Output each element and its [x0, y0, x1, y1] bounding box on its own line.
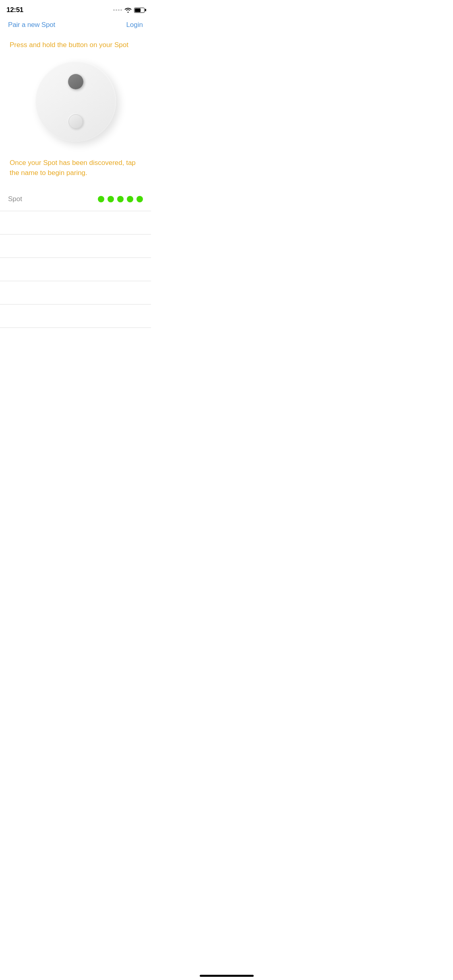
- battery-icon: [134, 8, 145, 13]
- status-bar: 12:51: [0, 0, 151, 18]
- signal-indicator-3: [117, 196, 124, 202]
- device-name: Spot: [8, 195, 22, 203]
- device-row-empty-2: [0, 235, 151, 258]
- wifi-icon: [124, 7, 132, 13]
- device-indicators: [98, 196, 143, 202]
- device-row[interactable]: Spot: [0, 188, 151, 211]
- device-row-empty-5: [0, 305, 151, 328]
- device-row-empty-4: [0, 281, 151, 305]
- signal-indicator-1: [98, 196, 104, 202]
- signal-indicator-4: [127, 196, 133, 202]
- device-illustration: [0, 53, 151, 150]
- spot-bottom-button: [68, 114, 83, 129]
- device-list: Spot: [0, 188, 151, 328]
- signal-indicator-5: [137, 196, 143, 202]
- login-button[interactable]: Login: [126, 21, 143, 29]
- page-title: Pair a new Spot: [8, 21, 55, 29]
- primary-instruction: Press and hold the button on your Spot: [0, 34, 151, 53]
- signal-dots-icon: [113, 9, 122, 11]
- status-icons: [113, 7, 145, 13]
- device-row-empty-1: [0, 211, 151, 235]
- spot-top-button: [68, 74, 83, 89]
- nav-header: Pair a new Spot Login: [0, 18, 151, 34]
- status-time: 12:51: [6, 6, 23, 14]
- signal-indicator-2: [108, 196, 114, 202]
- device-row-empty-3: [0, 258, 151, 281]
- spot-device: [35, 61, 116, 142]
- secondary-instruction: Once your Spot has been discovered, tap …: [0, 150, 151, 188]
